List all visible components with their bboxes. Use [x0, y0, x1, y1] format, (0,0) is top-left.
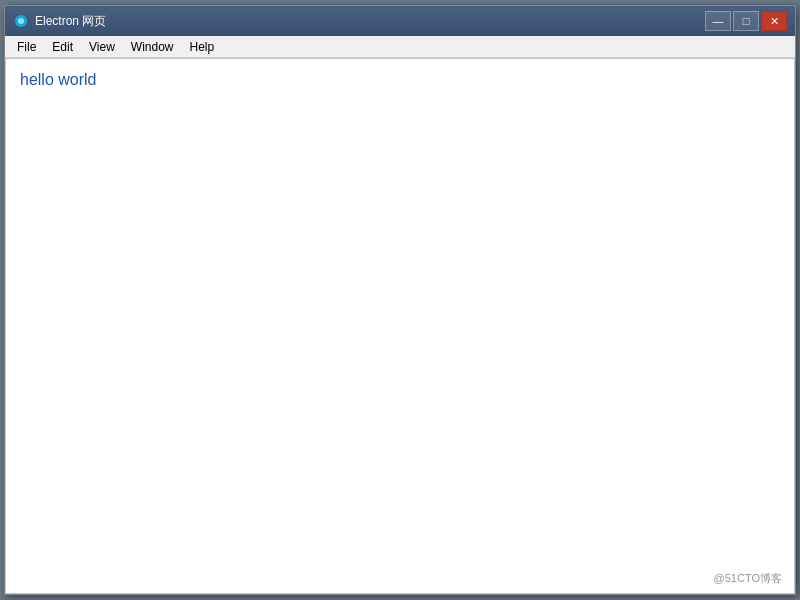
menu-view[interactable]: View — [81, 36, 123, 57]
minimize-button[interactable]: — — [705, 11, 731, 31]
menu-bar: File Edit View Window Help — [5, 36, 795, 58]
content-area: hello world — [5, 58, 795, 594]
close-button[interactable]: ✕ — [761, 11, 787, 31]
window-controls: — □ ✕ — [705, 11, 787, 31]
app-window: Electron 网页 — □ ✕ File Edit View Window … — [4, 5, 796, 595]
hello-world-text: hello world — [20, 71, 780, 89]
menu-edit[interactable]: Edit — [44, 36, 81, 57]
maximize-button[interactable]: □ — [733, 11, 759, 31]
svg-point-1 — [18, 18, 24, 24]
app-icon — [13, 13, 29, 29]
window-title: Electron 网页 — [35, 13, 106, 30]
menu-file[interactable]: File — [9, 36, 44, 57]
menu-window[interactable]: Window — [123, 36, 182, 57]
menu-help[interactable]: Help — [182, 36, 223, 57]
watermark: @51CTO博客 — [714, 571, 782, 586]
title-bar: Electron 网页 — □ ✕ — [5, 6, 795, 36]
title-bar-left: Electron 网页 — [13, 13, 106, 30]
